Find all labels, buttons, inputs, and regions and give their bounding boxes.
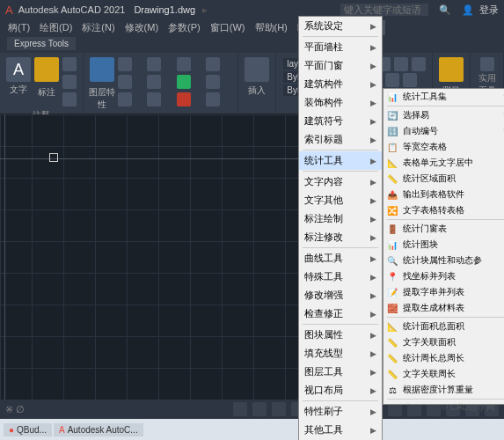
submenu2-item[interactable]: 🔢自动编号*****: [383, 123, 504, 139]
arrow-right-icon: ▶: [370, 117, 376, 126]
menu-modify[interactable]: 修改(M): [121, 20, 164, 35]
misc-icon[interactable]: [412, 57, 426, 71]
layer-icon[interactable]: [177, 92, 191, 106]
status-icon[interactable]: [272, 402, 286, 416]
submenu2-item[interactable]: 📍找坐标并列表**: [383, 268, 504, 284]
submenu1-item[interactable]: 特性刷子▶: [299, 402, 382, 421]
misc-icon[interactable]: [385, 73, 399, 87]
submenu1-item[interactable]: 曲线工具▶: [299, 249, 382, 268]
text-icon[interactable]: A: [6, 57, 31, 82]
submenu2-item[interactable]: 📏统计区域面积***: [383, 171, 504, 187]
menu-item-icon: 🏢: [386, 402, 398, 405]
submenu-level2: 📊统计工具集*****🔄选择易*****🔢自动编号*****📋等宽空表格**📐表…: [383, 88, 504, 405]
panel-annotation: A 文字 标注 注释: [0, 53, 84, 114]
submenu2-item[interactable]: 📏文字关联面积**: [383, 334, 504, 350]
submenu1-item[interactable]: 视口布局▶: [299, 381, 382, 400]
submenu2-item[interactable]: 🧱提取生成材料表**: [383, 300, 504, 316]
submenu2-item[interactable]: 📊统计图块**: [383, 237, 504, 253]
submenu1-item[interactable]: 装饰构件▶: [299, 93, 382, 112]
submenu2-item[interactable]: 🔀文字表格转表格**: [383, 202, 504, 218]
menu-item-icon: 📤: [386, 188, 398, 201]
submenu1-item[interactable]: 平面门窗▶: [299, 56, 382, 75]
submenu2-item[interactable]: 📋等宽空表格**: [383, 139, 504, 155]
layer-icon[interactable]: [177, 57, 191, 71]
layer-icon[interactable]: [177, 75, 191, 89]
submenu1-item[interactable]: 平面墙柱▶: [299, 38, 382, 56]
submenu1-item[interactable]: 检查修正▶: [299, 304, 382, 323]
submenu2-item[interactable]: 📏文字关联周长**: [383, 366, 504, 382]
submenu2-item[interactable]: 📐统计面积总面积**: [383, 319, 504, 334]
submenu1-item[interactable]: 索引标题▶: [299, 130, 382, 149]
submenu1-item[interactable]: 图层工具▶: [299, 363, 382, 381]
measure-icon[interactable]: [439, 57, 464, 82]
anno-icon[interactable]: [62, 57, 77, 71]
dim-label: 标注: [33, 86, 60, 99]
misc-icon[interactable]: [394, 57, 408, 71]
submenu1-item[interactable]: 统计工具▶: [299, 151, 382, 170]
submenu1-item[interactable]: 标注修改▶: [299, 228, 382, 246]
search-input[interactable]: [340, 4, 428, 16]
login-label[interactable]: 登录: [479, 4, 499, 17]
submenu1-item[interactable]: 文字其他▶: [299, 191, 382, 209]
submenu1-item[interactable]: 修改增强▶: [299, 286, 382, 304]
arrow-right-icon: ▶: [370, 331, 376, 340]
layer-icon[interactable]: [118, 92, 132, 106]
dim-icon[interactable]: [34, 57, 59, 82]
menu-help[interactable]: 帮助(H): [251, 20, 292, 35]
menu-tool[interactable]: 柄(T): [4, 20, 34, 35]
layer-icon[interactable]: [118, 57, 132, 71]
submenu2-item[interactable]: 🏢建筑面积分摊表**: [383, 400, 504, 405]
layer-icon[interactable]: [206, 57, 220, 71]
submenu1-item[interactable]: 特殊工具▶: [299, 268, 382, 286]
arrow-right-icon: ▶: [370, 136, 376, 144]
layer-icon[interactable]: [206, 92, 220, 106]
submenu1-item[interactable]: 建筑构件▶: [299, 75, 382, 93]
submenu2-item[interactable]: 📐表格单元文字居中**: [383, 155, 504, 171]
anno-icon[interactable]: [62, 92, 77, 106]
menu-item-icon: 🔢: [386, 125, 398, 137]
layer-icon[interactable]: [147, 75, 161, 89]
menu-dim[interactable]: 标注(N): [77, 20, 119, 35]
submenu1-item[interactable]: 填充线型▶: [299, 344, 382, 363]
misc-icon[interactable]: [403, 73, 417, 87]
layer-icon[interactable]: [206, 75, 220, 89]
layer-icon[interactable]: [118, 75, 132, 89]
submenu1-item[interactable]: 建筑符号▶: [299, 112, 382, 130]
submenu2-item[interactable]: 🔍统计块属性和动态参**: [383, 253, 504, 268]
submenu1-item[interactable]: 标注绘制▶: [299, 209, 382, 228]
menu-item-icon: 🧱: [386, 302, 398, 314]
arrow-right-icon: ▶: [370, 80, 376, 89]
submenu1-item[interactable]: 文字内容▶: [299, 172, 382, 191]
submenu2-item[interactable]: 📊统计工具集*****: [383, 89, 504, 105]
menu-param[interactable]: 参数(P): [164, 20, 205, 35]
menu-window[interactable]: 窗口(W): [206, 20, 250, 35]
submenu2-item[interactable]: 🚪统计门窗表***: [383, 221, 504, 237]
submenu2-item[interactable]: ⚖根据密度计算重量**: [383, 382, 504, 398]
submenu2-item[interactable]: 🔄选择易*****: [383, 107, 504, 123]
divider: [303, 150, 378, 150]
submenu1-item[interactable]: 系统设定▶: [299, 17, 382, 35]
search-icon[interactable]: 🔍: [439, 4, 451, 16]
tab-express-tools[interactable]: Express Tools: [7, 37, 76, 50]
insert-icon[interactable]: [245, 57, 269, 82]
user-icon[interactable]: 👤: [462, 4, 474, 16]
menu-item-icon: 🔄: [386, 109, 398, 121]
submenu2-item[interactable]: 📝提取字串并列表**: [383, 284, 504, 300]
status-icon[interactable]: [233, 402, 247, 416]
layer-icon[interactable]: [147, 57, 161, 71]
status-icon[interactable]: [252, 402, 267, 416]
anno-icon[interactable]: [62, 75, 77, 89]
submenu1-item[interactable]: 图块属性▶: [299, 326, 382, 344]
submenu2-item[interactable]: 📤输出到表格软件***: [383, 187, 504, 202]
layer-props-icon[interactable]: [90, 57, 114, 82]
arrow-right-icon: ▶: [370, 233, 376, 242]
submenu1-item[interactable]: 其他工具▶: [299, 421, 382, 439]
layer-icon[interactable]: [147, 92, 161, 106]
task-autocad[interactable]: AAutodesk AutoC...: [54, 423, 143, 436]
task-qbud[interactable]: ●QBud...: [4, 423, 52, 436]
arrow-right-icon: ▶: [370, 349, 376, 358]
util-icon[interactable]: [480, 57, 494, 71]
menu-draw[interactable]: 绘图(D): [35, 20, 77, 35]
arrow-right-icon: ▶: [370, 178, 376, 187]
submenu2-item[interactable]: 📏统计周长总周长**: [383, 350, 504, 366]
